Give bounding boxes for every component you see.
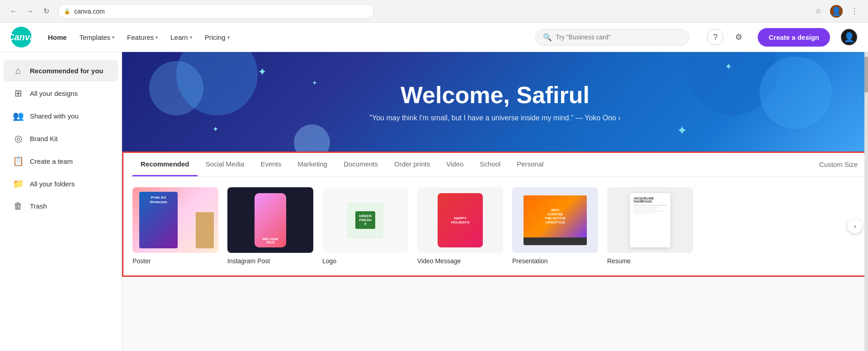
resume-thumbnail: JACQUELINETHOMPSON — [607, 187, 693, 253]
template-instagram[interactable]: MID-YEARSALE Instagram Post — [227, 187, 313, 265]
poster-thumbnail: Pride ArtShowcase — [132, 187, 218, 253]
nav-learn-label: Learn — [170, 33, 188, 41]
canva-logo[interactable]: Canva — [11, 27, 32, 47]
scroll-right-button[interactable]: › — [848, 219, 862, 233]
learn-chevron-icon: ▾ — [190, 35, 192, 40]
search-icon: 🔍 — [543, 33, 552, 42]
template-video-message[interactable]: HAPPYHOLIDAYS Video Message — [417, 187, 503, 265]
browser-chrome: ← → ↻ 🔒 canva.com ☆ 👤 ⋮ — [0, 0, 868, 23]
sidebar-item-recommended[interactable]: ⌂ Recommended for you — [4, 60, 118, 81]
search-input[interactable] — [556, 33, 681, 41]
category-tabs: Recommended Social Media Events Marketin… — [123, 153, 867, 176]
canva-logo-text: Canva — [8, 32, 35, 43]
presentation-thumbnail: WHYCHOOSETHE ACTIVELIFESTYLE — [512, 187, 598, 253]
template-poster[interactable]: Pride ArtShowcase Poster — [132, 187, 218, 265]
orb-2 — [149, 61, 203, 115]
tab-documents[interactable]: Documents — [335, 153, 386, 176]
star-icon-1: ✦ — [258, 66, 267, 78]
create-design-button[interactable]: Create a design — [758, 28, 830, 47]
star-icon-4: ✦ — [725, 61, 732, 72]
scrollbar-track[interactable] — [864, 52, 868, 351]
header-search-area: 🔍 — [535, 29, 689, 46]
instagram-label: Instagram Post — [227, 257, 313, 265]
nav-home[interactable]: Home — [42, 30, 72, 45]
browser-actions: ☆ 👤 ⋮ — [812, 5, 861, 18]
nav-pricing-label: Pricing — [205, 33, 226, 41]
tab-marketing[interactable]: Marketing — [289, 153, 335, 176]
templates-chevron-icon: ▾ — [112, 35, 114, 40]
template-resume[interactable]: JACQUELINETHOMPSON Resume — [607, 187, 693, 265]
bookmark-icon[interactable]: ☆ — [812, 5, 825, 18]
header-icon-buttons: ? ⚙ — [707, 29, 747, 45]
sidebar-brand-kit-label: Brand Kit — [30, 135, 58, 142]
brand-icon: ◎ — [13, 133, 24, 144]
url-text: canva.com — [74, 8, 105, 15]
address-bar[interactable]: 🔒 canva.com — [58, 4, 374, 19]
header-nav: Home Templates ▾ Features ▾ Learn ▾ Pric… — [42, 30, 235, 45]
banner-content: Welcome, Safirul "You may think I'm smal… — [369, 81, 620, 122]
help-icon-button[interactable]: ? — [707, 29, 723, 45]
home-icon: ⌂ — [13, 66, 24, 76]
canva-header: Canva Home Templates ▾ Features ▾ Learn … — [0, 23, 868, 52]
tab-events[interactable]: Events — [252, 153, 289, 176]
settings-icon-button[interactable]: ⚙ — [731, 29, 747, 45]
tab-custom-size[interactable]: Custom Size — [819, 153, 858, 176]
nav-learn[interactable]: Learn ▾ — [165, 30, 197, 45]
nav-features-label: Features — [127, 33, 154, 41]
nav-home-label: Home — [48, 33, 67, 41]
nav-templates[interactable]: Templates ▾ — [74, 30, 120, 45]
browser-profile-avatar[interactable]: 👤 — [830, 5, 843, 18]
tab-recommended[interactable]: Recommended — [132, 153, 198, 176]
banner-quote[interactable]: "You may think I'm small, but I have a u… — [369, 114, 620, 122]
content-area: ✦ ✦ ✦ ✦ ✦ Welcome, Safirul "You may thin… — [122, 52, 868, 351]
user-avatar[interactable]: 👤 — [841, 29, 857, 45]
sidebar-recommended-label: Recommended for you — [30, 67, 104, 75]
banner-title: Welcome, Safirul — [369, 81, 620, 109]
browser-nav-buttons: ← → ↻ — [7, 5, 52, 18]
sidebar-item-trash[interactable]: 🗑 Trash — [4, 195, 118, 217]
sidebar-item-all-folders[interactable]: 📁 All your folders — [4, 173, 118, 194]
sidebar-item-shared[interactable]: 👥 Shared with you — [4, 105, 118, 127]
sidebar-all-designs-label: All your designs — [30, 90, 78, 97]
lock-icon: 🔒 — [64, 8, 71, 14]
star-icon-5: ✦ — [212, 125, 218, 133]
sidebar-shared-label: Shared with you — [30, 112, 79, 120]
nav-pricing[interactable]: Pricing ▾ — [199, 30, 235, 45]
templates-grid: Pride ArtShowcase Poster MID-YEARSALE — [123, 176, 867, 275]
sidebar-item-all-designs[interactable]: ⊞ All your designs — [4, 82, 118, 104]
tab-school[interactable]: School — [472, 153, 509, 176]
features-chevron-icon: ▾ — [156, 35, 158, 40]
sidebar-trash-label: Trash — [30, 202, 47, 210]
tab-video[interactable]: Video — [438, 153, 472, 176]
browser-menu-icon[interactable]: ⋮ — [848, 5, 861, 18]
back-button[interactable]: ← — [7, 5, 20, 18]
template-logo[interactable]: GREENFRESH▼ Logo — [322, 187, 408, 265]
forward-button[interactable]: → — [24, 5, 36, 18]
scrollbar-thumb[interactable] — [864, 57, 868, 93]
refresh-button[interactable]: ↻ — [40, 5, 52, 18]
grid-icon: ⊞ — [13, 88, 24, 99]
tab-personal[interactable]: Personal — [509, 153, 552, 176]
design-section: Recommended Social Media Events Marketin… — [122, 152, 868, 277]
tab-order-prints[interactable]: Order prints — [386, 153, 438, 176]
sidebar-item-create-team[interactable]: 📋 Create a team — [4, 150, 118, 172]
sidebar-create-team-label: Create a team — [30, 157, 73, 165]
star-icon-3: ✦ — [677, 123, 687, 138]
main-layout: ⌂ Recommended for you ⊞ All your designs… — [0, 52, 868, 351]
presentation-label: Presentation — [512, 257, 598, 265]
instagram-thumbnail: MID-YEARSALE — [227, 187, 313, 253]
video-message-label: Video Message — [417, 257, 503, 265]
settings-icon: ⚙ — [735, 32, 742, 42]
pricing-chevron-icon: ▾ — [227, 35, 230, 40]
template-presentation[interactable]: WHYCHOOSETHE ACTIVELIFESTYLE Presentatio… — [512, 187, 598, 265]
tab-social-media[interactable]: Social Media — [198, 153, 253, 176]
help-icon: ? — [713, 33, 717, 42]
welcome-banner: ✦ ✦ ✦ ✦ ✦ Welcome, Safirul "You may thin… — [122, 52, 868, 152]
video-thumbnail: HAPPYHOLIDAYS — [417, 187, 503, 253]
laptop-icon: WHYCHOOSETHE ACTIVELIFESTYLE — [524, 195, 587, 245]
sidebar-item-brand-kit[interactable]: ◎ Brand Kit — [4, 128, 118, 149]
nav-features[interactable]: Features ▾ — [122, 30, 163, 45]
team-icon: 📋 — [13, 156, 24, 166]
search-bar[interactable]: 🔍 — [535, 29, 689, 46]
poster-label: Poster — [132, 257, 218, 265]
